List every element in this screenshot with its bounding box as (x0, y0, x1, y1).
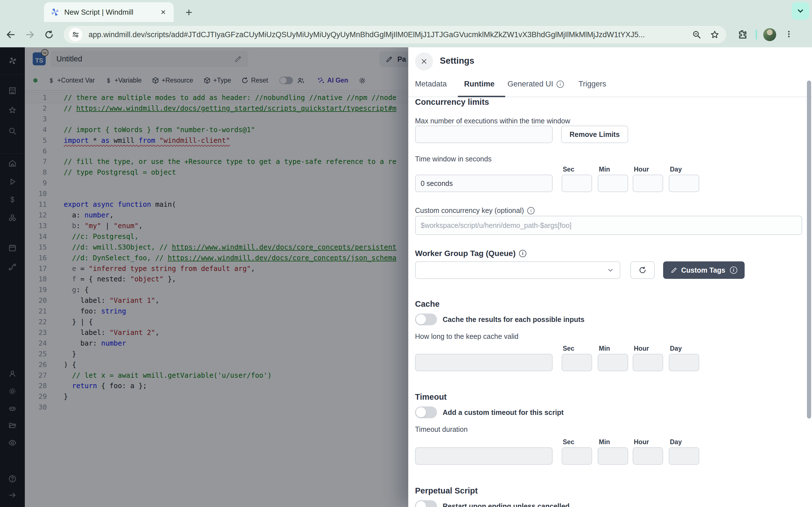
perpetual-heading: Perpetual Script (415, 486, 477, 496)
time-window-value-input[interactable]: 0 seconds (415, 175, 553, 192)
hour-label: Hour (634, 166, 649, 173)
active-tab-underline (458, 96, 505, 97)
max-executions-input[interactable] (415, 126, 553, 143)
concurrency-heading: Concurrency limits (415, 98, 489, 107)
app-area: $ (0, 47, 812, 507)
bookmark-star-icon[interactable] (708, 28, 721, 41)
browser-chrome: New Script | Windmill (0, 0, 812, 47)
sec-input[interactable] (562, 447, 592, 465)
browser-tab[interactable]: New Script | Windmill (44, 2, 174, 22)
info-icon (557, 80, 564, 88)
concurrency-key-label: Custom concurrency key (optional) (415, 207, 535, 215)
browser-toolbar: app.windmill.dev/scripts/add#JTdCJTIyaGF… (0, 22, 812, 47)
tab-title: New Script | Windmill (64, 8, 159, 17)
sec-label: Sec (563, 166, 574, 173)
sec-input[interactable] (562, 175, 592, 192)
hour-input[interactable] (633, 447, 663, 465)
min-input[interactable] (598, 354, 628, 371)
new-tab-button[interactable] (183, 6, 195, 18)
tab-close-icon[interactable] (159, 8, 167, 16)
min-label: Min (599, 438, 610, 446)
worker-group-heading: Worker Group Tag (Queue) (415, 249, 526, 258)
menu-kebab-icon[interactable] (784, 29, 793, 40)
min-label: Min (599, 166, 610, 173)
perpetual-toggle[interactable] (415, 500, 437, 507)
timeout-duration-input[interactable] (415, 447, 553, 465)
drawer-backdrop[interactable] (0, 47, 408, 507)
day-label: Day (670, 345, 682, 352)
drawer-tabs: Metadata Runtime Generated UI Triggers (408, 75, 812, 97)
zoom-indicator-icon[interactable] (690, 28, 703, 41)
back-icon[interactable] (2, 26, 19, 43)
windmill-favicon-icon (50, 7, 60, 17)
drawer-scrollbar[interactable] (807, 80, 811, 418)
sec-label: Sec (563, 438, 574, 446)
cache-toggle-label: Cache the results for each possible inpu… (443, 314, 585, 325)
chevron-down-icon (796, 7, 805, 15)
day-input[interactable] (669, 354, 699, 371)
min-input[interactable] (598, 175, 628, 192)
screen: New Script | Windmill (0, 0, 812, 507)
tab-runtime[interactable]: Runtime (464, 80, 495, 89)
cache-heading: Cache (415, 299, 440, 309)
tab-metadata[interactable]: Metadata (415, 80, 447, 89)
hour-label: Hour (634, 438, 649, 446)
settings-drawer: Settings Metadata Runtime Generated UI T… (408, 47, 812, 507)
drawer-title: Settings (440, 56, 474, 66)
hour-input[interactable] (633, 175, 663, 192)
worker-group-select[interactable] (415, 262, 620, 279)
day-input[interactable] (669, 175, 699, 192)
remove-limits-button[interactable]: Remove Limits (561, 126, 628, 143)
chevron-down-icon (607, 267, 614, 274)
cache-duration-label: How long to the keep cache valid (415, 332, 518, 341)
sec-label: Sec (563, 345, 574, 352)
edit-pencil-icon (670, 267, 678, 274)
day-label: Day (670, 166, 682, 173)
time-window-label: Time window in seconds (415, 155, 492, 163)
url-text[interactable]: app.windmill.dev/scripts/add#JTdCJTIyaGF… (89, 31, 685, 39)
tab-strip: New Script | Windmill (0, 0, 812, 22)
cache-duration-input[interactable] (415, 354, 553, 371)
custom-tags-button[interactable]: Custom Tags (663, 262, 745, 279)
tab-generated-ui[interactable]: Generated UI (507, 80, 564, 89)
sec-input[interactable] (562, 354, 592, 371)
toolbar-separator (756, 30, 757, 40)
profile-avatar[interactable] (763, 28, 776, 41)
min-input[interactable] (598, 447, 628, 465)
timeout-duration-label: Timeout duration (415, 425, 468, 434)
timeout-toggle[interactable] (415, 406, 437, 418)
info-icon (519, 250, 526, 257)
day-input[interactable] (669, 447, 699, 465)
concurrency-key-input[interactable]: $workspace/script/u/henri/demo_path-$arg… (415, 216, 802, 235)
day-label: Day (670, 438, 682, 446)
site-settings-icon[interactable] (69, 28, 82, 41)
tab-search-button[interactable] (792, 2, 809, 20)
url-bar[interactable]: app.windmill.dev/scripts/add#JTdCJTIyaGF… (64, 26, 726, 43)
refresh-tags-button[interactable] (630, 262, 655, 279)
max-executions-label: Max number of executions within the time… (415, 117, 570, 125)
refresh-icon (638, 266, 647, 274)
forward-icon[interactable] (21, 26, 38, 43)
timeout-heading: Timeout (415, 392, 447, 402)
timeout-toggle-label: Add a custom timeout for this script (443, 406, 564, 418)
hour-label: Hour (634, 345, 649, 352)
hour-input[interactable] (633, 354, 663, 371)
cache-toggle[interactable] (415, 314, 437, 325)
min-label: Min (599, 345, 610, 352)
reload-icon[interactable] (41, 26, 57, 43)
tab-triggers[interactable]: Triggers (578, 80, 606, 89)
info-icon (730, 267, 737, 274)
info-icon (527, 207, 535, 214)
close-icon[interactable] (415, 52, 433, 70)
extensions-puzzle-icon[interactable] (733, 26, 751, 43)
perpetual-toggle-label: Restart upon ending unless cancelled (443, 500, 569, 507)
